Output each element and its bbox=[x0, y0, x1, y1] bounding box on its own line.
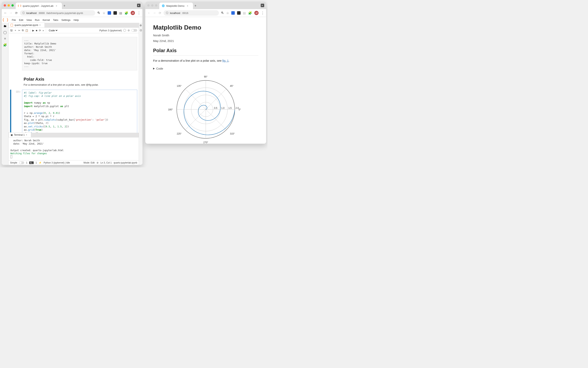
run-icon[interactable]: ▶ bbox=[32, 29, 34, 32]
fast-forward-icon[interactable]: » bbox=[43, 29, 44, 32]
close-tab-icon[interactable]: × bbox=[187, 4, 188, 7]
cell-type-dropdown[interactable]: Code bbox=[48, 29, 58, 32]
menu-tabs[interactable]: Tabs bbox=[53, 18, 58, 21]
jupyterlab-app: File Edit View Run Kernel Tabs Settings … bbox=[2, 17, 143, 165]
copy-icon[interactable]: ⧉ bbox=[22, 29, 24, 32]
close-tab-icon[interactable]: × bbox=[56, 4, 57, 7]
code-toggle-label[interactable]: Code bbox=[153, 66, 258, 72]
minimize-window-icon[interactable] bbox=[151, 4, 154, 7]
menu-settings[interactable]: Settings bbox=[61, 18, 70, 21]
media-control-icon[interactable] bbox=[137, 4, 141, 7]
extension-manager-icon[interactable]: 🧩 bbox=[3, 43, 7, 47]
yaml-front-matter-cell[interactable]: --- title: Matplotlib Demo author: Norah… bbox=[22, 37, 137, 71]
lightning-icon: ⚡ bbox=[39, 161, 42, 164]
toolbar: ← → ⟳ ⓘ localhost:6916 🔍︎ ☆ ▤ 🧩 JJ ⋮ bbox=[145, 9, 266, 17]
site-info-icon[interactable]: ⓘ bbox=[166, 11, 168, 15]
simple-toggle[interactable] bbox=[19, 161, 24, 164]
code-cell[interactable]: [2]: #| label: fig-polar #| fig.cap: A l… bbox=[10, 90, 137, 133]
notebook-area[interactable]: --- title: Matplotlib Demo author: Norah… bbox=[9, 33, 139, 133]
star-icon[interactable]: ☆ bbox=[103, 11, 105, 15]
stop-icon[interactable]: ■ bbox=[36, 29, 37, 32]
search-icon[interactable]: 🔍︎ bbox=[221, 11, 224, 15]
menu-kernel[interactable]: Kernel bbox=[43, 18, 50, 21]
menu-edit[interactable]: Edit bbox=[19, 18, 23, 21]
terminal-output[interactable]: author: Norah Smith date: 'May 22nd, 202… bbox=[9, 138, 139, 160]
reader-icon[interactable]: ▤ bbox=[243, 11, 246, 15]
zoom-extension-icon[interactable] bbox=[231, 11, 235, 15]
browser-tab-jupyter[interactable]: quarto-jupyterl - JupyterLab × bbox=[16, 2, 62, 9]
forward-button[interactable]: → bbox=[153, 11, 156, 15]
activity-bar: 🖿 ◯ ≡ 🧩 bbox=[2, 23, 9, 165]
new-tab-button[interactable]: + bbox=[194, 4, 197, 8]
right-sidebar: ⚙ ⌬ bbox=[139, 23, 143, 165]
terminal-tab[interactable]: ▣ Terminal 1 × bbox=[9, 132, 31, 137]
menu-run[interactable]: Run bbox=[35, 18, 39, 21]
terminal-count-chip[interactable]: $_ bbox=[29, 161, 33, 164]
close-window-icon[interactable] bbox=[4, 4, 6, 7]
rendered-page[interactable]: Matplotlib Demo Norah Smith May 22nd, 20… bbox=[145, 17, 266, 144]
maximize-window-icon[interactable] bbox=[11, 4, 14, 7]
status-kernel[interactable]: Python 3 (ipykernel) | Idle bbox=[44, 161, 70, 164]
notebook-tab-name: quarto-jupyterlab.ipynb bbox=[15, 24, 38, 27]
address-bar[interactable]: ⓘ localhost:6916 bbox=[164, 10, 219, 16]
browser-tab-preview[interactable]: 🌐 Matplotlib Demo × bbox=[159, 2, 193, 9]
profile-avatar[interactable]: JJ bbox=[254, 11, 259, 15]
running-icon[interactable]: ◯ bbox=[3, 30, 7, 34]
back-button[interactable]: ← bbox=[147, 11, 151, 15]
cut-icon[interactable]: ✂ bbox=[18, 29, 20, 32]
profile-avatar[interactable]: JJ bbox=[131, 11, 135, 15]
paste-icon[interactable]: 📋 bbox=[25, 29, 28, 32]
main-area: quarto-jupyterlab.ipynb × 🖫 ＋ ✂ ⧉ 📋 ▶ ■ … bbox=[9, 23, 139, 165]
save-icon[interactable]: 🖫 bbox=[10, 29, 13, 32]
close-doc-icon[interactable]: × bbox=[39, 24, 41, 27]
inspector-icon[interactable]: ⚙ bbox=[140, 24, 142, 27]
file-browser-icon[interactable]: 🖿 bbox=[3, 24, 7, 28]
url-port: :8888 bbox=[38, 12, 45, 15]
reload-button[interactable]: ⟳ bbox=[15, 11, 18, 15]
more-menu-icon[interactable]: ⋮ bbox=[137, 11, 141, 15]
notebook-tab[interactable]: quarto-jupyterlab.ipynb × bbox=[9, 23, 45, 28]
search-icon[interactable]: 🔍︎ bbox=[97, 11, 100, 15]
reader-icon[interactable]: ▤ bbox=[119, 11, 122, 15]
menu-view[interactable]: View bbox=[26, 18, 32, 21]
star-icon[interactable]: ☆ bbox=[226, 11, 229, 15]
site-info-icon[interactable]: ⓘ bbox=[22, 11, 25, 15]
restart-icon[interactable]: ⟳ bbox=[39, 29, 41, 32]
term-count: 1 bbox=[36, 161, 37, 164]
forward-button[interactable]: → bbox=[9, 11, 13, 15]
new-tab-button[interactable]: + bbox=[64, 4, 66, 8]
extensions-icon[interactable]: 🧩 bbox=[248, 11, 252, 15]
zoom-extension-icon[interactable] bbox=[108, 11, 111, 15]
bug-icon[interactable]: ⚙ bbox=[127, 29, 130, 32]
debugger-icon[interactable]: ⌬ bbox=[140, 29, 142, 32]
debugger-toggle[interactable] bbox=[131, 29, 137, 32]
close-terminal-icon[interactable]: × bbox=[26, 134, 27, 136]
media-control-icon[interactable] bbox=[261, 4, 264, 7]
status-bar: Simple 1 $_ 1 ⚡ Python 3 (ipykernel) | I… bbox=[9, 160, 139, 165]
notification-icon[interactable]: ⊘ bbox=[96, 161, 98, 164]
address-bar[interactable]: ⓘ localhost:8888/lab/tree/quarto-jupyter… bbox=[20, 10, 95, 16]
jupyter-logo-icon bbox=[3, 17, 8, 22]
simple-label: Simple bbox=[10, 161, 17, 164]
toc-icon[interactable]: ≡ bbox=[4, 37, 6, 40]
extension-icon[interactable] bbox=[113, 11, 117, 15]
code-editor[interactable]: #| label: fig-polar #| fig.cap: A line p… bbox=[22, 90, 137, 133]
minimize-window-icon[interactable] bbox=[8, 4, 10, 7]
back-button[interactable]: ← bbox=[4, 11, 7, 15]
md-paragraph: For a demonstration of a line plot on a … bbox=[24, 83, 137, 86]
fig-link[interactable]: fig. 1 bbox=[222, 59, 229, 62]
code-fold[interactable]: Code bbox=[153, 66, 258, 72]
menu-help[interactable]: Help bbox=[74, 18, 79, 21]
close-window-icon[interactable] bbox=[147, 4, 150, 7]
kernel-name[interactable]: Python 3 (ipykernel) bbox=[99, 29, 122, 32]
markdown-cell[interactable]: Polar Axis For a demonstration of a line… bbox=[24, 75, 137, 88]
menu-file[interactable]: File bbox=[12, 18, 16, 21]
more-menu-icon[interactable]: ⋮ bbox=[261, 11, 264, 15]
svg-text:135°: 135° bbox=[177, 85, 182, 87]
maximize-window-icon[interactable] bbox=[155, 4, 157, 7]
extension-icon[interactable] bbox=[237, 11, 241, 15]
reload-button[interactable]: ⟳ bbox=[158, 11, 162, 15]
add-cell-icon[interactable]: ＋ bbox=[14, 29, 17, 32]
notebook-file-icon bbox=[11, 24, 13, 27]
extensions-icon[interactable]: 🧩 bbox=[125, 11, 128, 15]
